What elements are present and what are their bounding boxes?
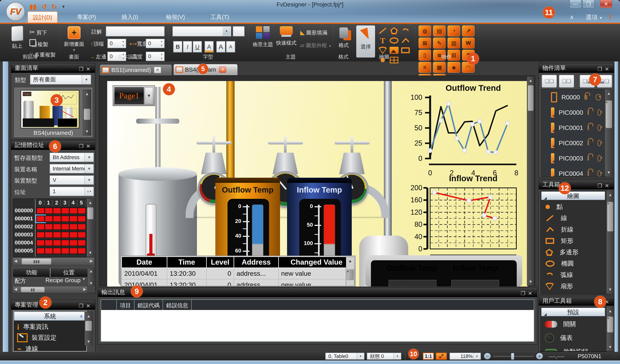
zoom-1to1-button[interactable]: 1:1 — [423, 353, 434, 360]
toolbox-item-pentagon[interactable]: 多邊形 — [541, 247, 605, 258]
bit-cell-000002-0[interactable] — [36, 223, 45, 230]
undo-icon[interactable]: ↺ — [42, 3, 47, 11]
close-panel-icon[interactable]: ✕ — [605, 183, 612, 189]
bold-button[interactable]: B — [173, 41, 182, 52]
bit-cell-000005-5[interactable] — [78, 248, 86, 254]
ribbon-tab-1[interactable]: 設計(D) — [28, 11, 58, 23]
float-panel-icon[interactable]: ❐ — [79, 66, 86, 72]
save-icon[interactable]: ▮▮ — [29, 3, 37, 11]
output-col-1[interactable]: 項目 — [117, 300, 134, 310]
event-table-widget[interactable]: DateTimeLevelAddressChanged Value2010/04… — [121, 256, 356, 287]
eye-icon[interactable] — [597, 124, 601, 131]
bit-cell-000004-1[interactable] — [45, 240, 53, 246]
bit-cell-000002-1[interactable] — [45, 223, 53, 230]
app-logo-icon[interactable]: FV — [6, 2, 25, 21]
toolbox-item-ellipse[interactable]: 橢圓 — [541, 258, 605, 269]
zoom-fit-button[interactable]: ⤢ — [436, 353, 447, 360]
bit-cell-000001-3[interactable] — [61, 216, 70, 222]
toolbox-group-header[interactable]: ◢繪圖 — [541, 191, 605, 200]
lock-icon[interactable] — [588, 156, 589, 161]
toolbox-item-line[interactable]: 線 — [541, 213, 605, 224]
table-select[interactable]: 0. Table0▼ — [325, 353, 364, 360]
user-toolbox-group-header[interactable]: ◢預設 — [541, 308, 605, 316]
tab-close-icon[interactable]: ✕ — [154, 67, 161, 73]
ribbon-tab-4[interactable]: 檢視(V) — [161, 11, 190, 23]
pos-col-header[interactable]: 位置 — [50, 268, 87, 277]
close-panel-icon[interactable]: ✕ — [86, 303, 93, 309]
valve-2[interactable] — [268, 136, 301, 169]
project-group-header[interactable]: 系統∧ — [14, 312, 86, 320]
toolbox-item-sector[interactable]: 扇形 — [541, 281, 605, 292]
bit-cell-000000-4[interactable] — [69, 207, 78, 214]
bit-cell-000000-0[interactable] — [36, 207, 45, 214]
close-panel-icon[interactable]: ✕ — [605, 66, 612, 72]
memory-field-3[interactable]: V▼ — [50, 175, 94, 185]
valve-1[interactable] — [196, 136, 225, 165]
format-button[interactable]: 格式 — [336, 27, 352, 49]
object-tool-2[interactable]: ▤ — [433, 26, 446, 36]
object-item-PIC0002[interactable]: PIC0002 — [542, 135, 605, 151]
font-color-button[interactable]: A — [205, 41, 214, 52]
memory-field-4[interactable]: 1▲▼ — [50, 187, 94, 196]
bit-cell-000001-0[interactable] — [36, 216, 45, 222]
bit-cell-000004-0[interactable] — [36, 240, 45, 246]
spinner-icons[interactable]: ▲▼ — [84, 187, 93, 196]
lock-icon[interactable] — [588, 171, 589, 176]
canvas-vscroll[interactable]: ▲ ▼ — [527, 76, 534, 286]
screen-thumbnail[interactable]: Page1 — [21, 90, 79, 128]
event-row[interactable]: 2010/04/0113:20:300address...new value — [122, 268, 355, 279]
event-row[interactable]: 2010/04/0113:20:300address...new value — [122, 279, 355, 287]
paste-button[interactable]: 貼上 — [7, 26, 27, 49]
object-tool-3[interactable]: ◔ — [448, 26, 460, 36]
bit-cell-000005-2[interactable] — [53, 248, 61, 254]
object-list-vscroll[interactable]: ▲≡▼ — [605, 89, 613, 176]
state-select[interactable]: 狀態 0▼ — [367, 353, 401, 360]
project-vscroll[interactable]: ▲▼ — [84, 312, 93, 346]
dropdown-icon[interactable]: ▼ — [84, 153, 93, 162]
shape-outline-button[interactable]: ▱ 圖形外框 ▼ — [300, 42, 332, 49]
new-screen-button[interactable]: + 新增畫面 ▼ — [62, 26, 86, 52]
memory-bit-grid[interactable]: 0123450000000000010000020000030000040000… — [13, 198, 86, 257]
object-tool-15[interactable]: ◈ — [448, 62, 460, 73]
event-table-scrollbar[interactable]: ▲ ≡ — [346, 257, 355, 287]
memory-field-2[interactable]: Internal Memory▼ — [50, 164, 94, 173]
quick-style-button[interactable]: 快速樣式 — [276, 26, 297, 46]
bit-cell-000005-3[interactable] — [61, 248, 70, 254]
user-tool-3[interactable]: 啟動按鈕 — [541, 345, 605, 351]
eye-icon[interactable] — [597, 109, 601, 116]
bit-cell-000003-1[interactable] — [45, 232, 53, 238]
ribbon-tab-5[interactable]: 工具(T) — [205, 11, 234, 23]
output-table[interactable]: 項目錯誤代碼錯誤信息 — [101, 299, 534, 342]
object-tool-8[interactable]: W — [462, 38, 475, 48]
toolbox-item-dot[interactable]: 點 — [541, 201, 605, 213]
zoom-out-button[interactable]: − — [484, 353, 491, 359]
float-panel-icon[interactable]: ❐ — [597, 183, 605, 189]
cut-button[interactable]: ✂ 剪下 — [29, 28, 47, 36]
user-toolbox-vscroll[interactable]: ▲≡▼ — [606, 307, 614, 351]
bit-cell-000001-1[interactable] — [45, 216, 53, 222]
resize-grip[interactable]: ⋰ — [613, 354, 617, 359]
redo-icon[interactable]: ↻ — [51, 3, 57, 11]
toolbox-item-polyline[interactable]: 折線 — [541, 224, 605, 235]
grow-font-button[interactable]: A — [216, 41, 225, 52]
close-button[interactable]: ✕ — [600, 0, 612, 8]
bit-cell-000003-0[interactable] — [36, 232, 45, 238]
object-tool-5[interactable]: ⊞ — [418, 38, 431, 48]
dropdown-icon[interactable]: ▼ — [84, 176, 93, 184]
float-panel-icon[interactable]: ❐ — [521, 291, 528, 296]
minimize-button[interactable]: — — [570, 0, 582, 8]
bit-cell-000001-2[interactable] — [53, 216, 61, 222]
bit-cell-000003-3[interactable] — [61, 232, 70, 238]
bit-cell-000001-4[interactable] — [69, 216, 78, 222]
toolbox-item-text[interactable]: 文字 — [541, 292, 605, 294]
bit-cell-000005-4[interactable] — [69, 248, 78, 254]
screen-type-dropdown[interactable]: 所有畫面▼ — [30, 75, 91, 85]
bit-cell-000002-5[interactable] — [78, 223, 86, 230]
bit-cell-000000-5[interactable] — [78, 207, 86, 214]
fn-table-vscroll[interactable]: ▲▼ — [88, 268, 95, 286]
fn-col-header[interactable]: 功能 — [13, 268, 50, 277]
float-panel-icon[interactable]: ❐ — [79, 303, 86, 309]
bit-cell-000004-3[interactable] — [61, 240, 70, 246]
draw-tool-polyline[interactable] — [400, 36, 411, 45]
object-tool-14[interactable]: ▦ — [433, 62, 446, 73]
